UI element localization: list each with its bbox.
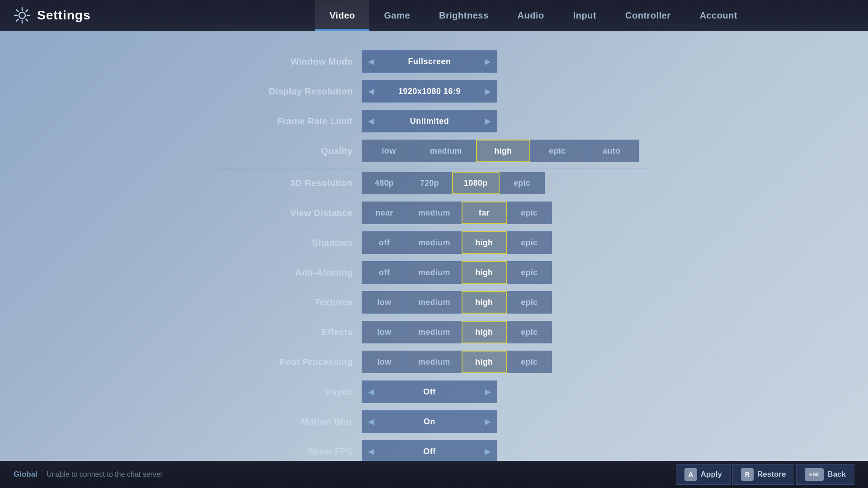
vsync-selector[interactable]: ◀ Off ▶	[362, 380, 497, 403]
nav-tabs: Video Game Brightness Audio Input Contro…	[199, 0, 868, 31]
svg-point-0	[19, 12, 25, 19]
svg-line-5	[17, 10, 19, 12]
window-mode-label: Window Mode	[217, 56, 362, 67]
motion-blur-value: On	[380, 417, 479, 427]
svg-line-8	[17, 19, 19, 21]
status-message: Unable to connect to the chat server	[47, 470, 163, 479]
divider	[217, 168, 651, 169]
nav-bar: Settings Video Game Brightness Audio Inp…	[0, 0, 868, 31]
res-1080p[interactable]: 1080p	[452, 172, 500, 194]
back-key-badge: ESC	[805, 468, 824, 481]
display-resolution-next[interactable]: ▶	[479, 80, 497, 102]
quality-label: Quality	[217, 146, 362, 156]
restore-key-badge: R	[741, 468, 754, 481]
window-mode-prev[interactable]: ◀	[362, 51, 380, 72]
view-far[interactable]: far	[462, 202, 507, 224]
shadows-off[interactable]: off	[362, 231, 407, 254]
apply-button[interactable]: A Apply	[676, 464, 731, 485]
quality-epic[interactable]: epic	[530, 140, 585, 162]
res-epic[interactable]: epic	[500, 172, 545, 194]
show-fps-label: Show FPS	[217, 446, 362, 457]
frame-rate-selector[interactable]: ◀ Unlimited ▶	[362, 110, 497, 132]
quality-selector: low medium high epic auto	[362, 140, 639, 162]
effects-selector: low medium high epic	[362, 321, 552, 343]
tab-brightness[interactable]: Brightness	[425, 0, 503, 31]
view-epic[interactable]: epic	[507, 202, 552, 224]
display-resolution-prev[interactable]: ◀	[362, 80, 380, 102]
show-fps-selector[interactable]: ◀ Off ▶	[362, 440, 497, 463]
frame-rate-row: Frame Rate Limit ◀ Unlimited ▶	[217, 108, 651, 134]
status-global-label: Global	[14, 470, 38, 479]
textures-epic[interactable]: epic	[507, 291, 552, 314]
res-480p[interactable]: 480p	[362, 172, 407, 194]
status-bar: Global Unable to connect to the chat ser…	[0, 461, 868, 488]
textures-selector: low medium high epic	[362, 291, 552, 314]
tab-input[interactable]: Input	[559, 0, 611, 31]
effects-row: Effects low medium high epic	[217, 319, 651, 345]
quality-high[interactable]: high	[476, 140, 530, 162]
display-resolution-selector[interactable]: ◀ 868x488 16:9 ▶	[362, 80, 497, 103]
window-mode-row: Window Mode ◀ Fullscreen ▶	[217, 49, 651, 74]
frame-rate-prev[interactable]: ◀	[362, 110, 380, 132]
show-fps-prev[interactable]: ◀	[362, 441, 380, 462]
tab-game[interactable]: Game	[369, 0, 425, 31]
quality-low[interactable]: low	[362, 140, 416, 162]
show-fps-next[interactable]: ▶	[479, 441, 497, 462]
motion-blur-selector[interactable]: ◀ On ▶	[362, 410, 497, 433]
quality-auto[interactable]: auto	[585, 140, 639, 162]
tab-controller[interactable]: Controller	[611, 0, 685, 31]
view-near[interactable]: near	[362, 202, 407, 224]
effects-epic[interactable]: epic	[507, 321, 552, 343]
pp-low[interactable]: low	[362, 351, 407, 373]
vsync-label: Vsync	[217, 387, 362, 397]
effects-medium[interactable]: medium	[407, 321, 462, 343]
back-label: Back	[827, 470, 846, 479]
svg-line-7	[26, 10, 28, 12]
effects-high[interactable]: high	[462, 321, 507, 343]
textures-medium[interactable]: medium	[407, 291, 462, 314]
window-mode-next[interactable]: ▶	[479, 51, 497, 72]
aa-epic[interactable]: epic	[507, 261, 552, 284]
post-processing-label: Post Processing	[217, 357, 362, 367]
aa-off[interactable]: off	[362, 261, 407, 284]
tab-video[interactable]: Video	[315, 0, 370, 31]
show-fps-row: Show FPS ◀ Off ▶	[217, 439, 651, 464]
motion-blur-next[interactable]: ▶	[479, 411, 497, 432]
vsync-next[interactable]: ▶	[479, 381, 497, 403]
shadows-medium[interactable]: medium	[407, 231, 462, 254]
resolution-3d-row: 3D Resolution 480p 720p 1080p epic	[217, 170, 651, 196]
res-720p[interactable]: 720p	[407, 172, 452, 194]
view-distance-label: View Distance	[217, 208, 362, 218]
shadows-row: Shadows off medium high epic	[217, 230, 651, 255]
frame-rate-value: Unlimited	[380, 117, 479, 126]
shadows-high[interactable]: high	[462, 231, 507, 254]
textures-row: Textures low medium high epic	[217, 290, 651, 315]
pp-medium[interactable]: medium	[407, 351, 462, 373]
back-button[interactable]: ESC Back	[796, 464, 854, 485]
effects-low[interactable]: low	[362, 321, 407, 343]
display-resolution-label: Display Resolution	[217, 86, 362, 97]
post-processing-selector: low medium high epic	[362, 351, 552, 373]
aa-high[interactable]: high	[462, 261, 507, 284]
page-title: Settings	[37, 8, 90, 23]
restore-button[interactable]: R Restore	[732, 464, 794, 485]
shadows-label: Shadows	[217, 238, 362, 248]
tab-account[interactable]: Account	[685, 0, 752, 31]
window-mode-selector[interactable]: ◀ Fullscreen ▶	[362, 50, 497, 73]
frame-rate-next[interactable]: ▶	[479, 110, 497, 132]
gear-icon	[14, 7, 31, 24]
textures-low[interactable]: low	[362, 291, 407, 314]
pp-high[interactable]: high	[462, 351, 507, 373]
pp-epic[interactable]: epic	[507, 351, 552, 373]
vsync-prev[interactable]: ◀	[362, 381, 380, 403]
quality-row: Quality low medium high epic auto	[217, 138, 651, 164]
view-medium[interactable]: medium	[407, 202, 462, 224]
shadows-epic[interactable]: epic	[507, 231, 552, 254]
quality-medium[interactable]: medium	[416, 140, 476, 162]
textures-high[interactable]: high	[462, 291, 507, 314]
settings-table: Window Mode ◀ Fullscreen ▶ Display Resol…	[217, 49, 651, 469]
tab-audio[interactable]: Audio	[503, 0, 559, 31]
motion-blur-prev[interactable]: ◀	[362, 411, 380, 432]
restore-label: Restore	[757, 470, 786, 479]
aa-medium[interactable]: medium	[407, 261, 462, 284]
